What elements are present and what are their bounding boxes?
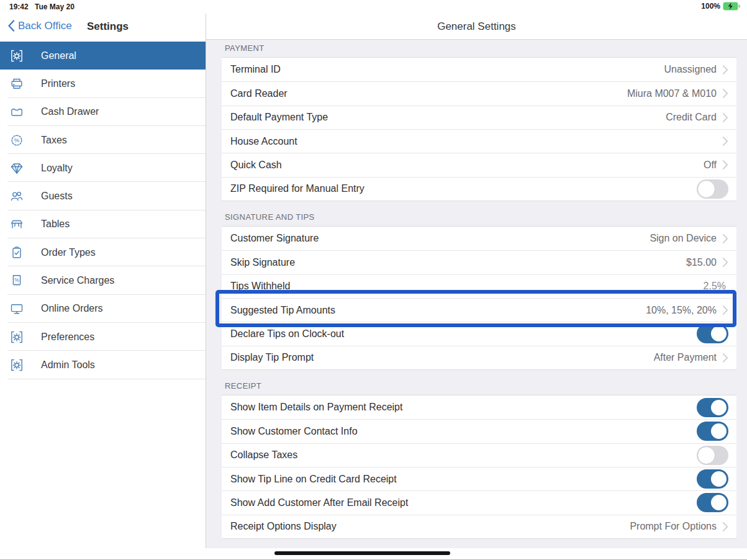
- row-quick-cash[interactable]: Quick CashOff: [222, 153, 736, 176]
- sidebar-title: Settings: [87, 20, 129, 33]
- row-value: Prompt For Options: [630, 521, 717, 532]
- row-terminal-id[interactable]: Terminal IDUnassigned: [222, 58, 736, 81]
- row-label: Customer Signature: [230, 233, 650, 244]
- sidebar-header: Back Office Settings: [0, 14, 206, 42]
- row-card-reader[interactable]: Card ReaderMiura M007 & M010: [222, 81, 736, 105]
- diamond-icon: [9, 160, 25, 176]
- settings-card-payment: Terminal IDUnassignedCard ReaderMiura M0…: [222, 57, 736, 201]
- chevron-right-icon: [722, 160, 728, 170]
- row-value: 2.5%: [704, 281, 726, 292]
- chevron-left-icon: [7, 19, 15, 32]
- page-title: General Settings: [437, 20, 516, 33]
- guests-icon: [9, 188, 25, 204]
- row-label: Default Payment Type: [230, 112, 666, 123]
- sidebar-item-label: Online Orders: [41, 303, 103, 314]
- battery-percent: 100%: [701, 2, 720, 11]
- row-display-tip-prompt[interactable]: Display Tip PromptAfter Payment: [222, 346, 736, 369]
- status-bar: 19:42 Tue May 20 100%: [0, 0, 747, 14]
- clipboard-check-icon: [9, 245, 25, 261]
- monitor-icon: [9, 300, 25, 317]
- row-show-customer-contact-info[interactable]: Show Customer Contact Info: [222, 419, 736, 443]
- sidebar-item-general[interactable]: General: [0, 42, 206, 70]
- row-show-item-details-on-payment-receipt[interactable]: Show Item Details on Payment Receipt: [222, 395, 736, 419]
- row-tips-withheld[interactable]: Tips Withheld2.5%: [222, 274, 736, 298]
- row-declare-tips-on-clock-out[interactable]: Declare Tips on Clock-out: [222, 322, 736, 345]
- toggle-show-item-details-on-payment-receipt[interactable]: [697, 398, 728, 417]
- sidebar-item-label: Guests: [41, 191, 73, 202]
- settings-card-signature-and-tips: Customer SignatureSign on DeviceSkip Sig…: [222, 226, 736, 370]
- sidebar-item-label: Printers: [41, 78, 75, 89]
- row-house-account[interactable]: House Account: [222, 129, 736, 153]
- row-label: Show Item Details on Payment Receipt: [230, 402, 697, 413]
- sidebar-item-tables[interactable]: Tables: [0, 210, 206, 238]
- row-zip-required-for-manual-entry[interactable]: ZIP Required for Manual Entry: [222, 177, 736, 201]
- main-titlebar: General Settings: [206, 14, 747, 39]
- back-office-label: Back Office: [18, 20, 72, 32]
- row-collapse-taxes[interactable]: Collapse Taxes: [222, 443, 736, 467]
- row-suggested-tip-amounts[interactable]: Suggested Tip Amounts10%, 15%, 20%: [222, 298, 736, 322]
- toggle-knob: [697, 180, 715, 198]
- row-default-payment-type[interactable]: Default Payment TypeCredit Card: [222, 106, 736, 129]
- svg-text:%: %: [14, 277, 19, 283]
- sidebar-item-loyalty[interactable]: Loyalty: [0, 154, 206, 182]
- general-settings-panel: General Settings PAYMENTTerminal IDUnass…: [206, 14, 747, 549]
- chevron-right-icon: [722, 65, 728, 75]
- row-label: House Account: [230, 136, 722, 147]
- section-header-receipt: RECEIPT: [206, 370, 747, 395]
- sidebar-item-cash-drawer[interactable]: Cash Drawer: [0, 98, 206, 126]
- row-label: Show Customer Contact Info: [230, 426, 697, 437]
- row-value: Credit Card: [666, 112, 717, 123]
- toggle-knob: [710, 494, 728, 512]
- back-office-button[interactable]: Back Office: [7, 19, 72, 32]
- row-label: Show Tip Line on Credit Card Receipt: [230, 474, 697, 485]
- sidebar-item-label: Order Types: [41, 247, 96, 258]
- chevron-right-icon: [722, 88, 728, 99]
- table-icon: [9, 216, 25, 232]
- chevron-right-icon: [722, 522, 728, 532]
- sidebar-item-taxes[interactable]: %Taxes: [0, 126, 206, 154]
- row-show-tip-line-on-credit-card-receipt[interactable]: Show Tip Line on Credit Card Receipt: [222, 467, 736, 490]
- sidebar-item-printers[interactable]: Printers: [0, 70, 206, 97]
- row-value: After Payment: [654, 352, 717, 363]
- row-receipt-options-display[interactable]: Receipt Options DisplayPrompt For Option…: [222, 515, 736, 538]
- toggle-knob: [710, 325, 728, 343]
- row-label: Display Tip Prompt: [230, 352, 654, 363]
- toggle-knob: [710, 422, 728, 440]
- settings-sidebar: Back Office Settings GeneralPrintersCash…: [0, 14, 206, 549]
- sidebar-item-label: Admin Tools: [41, 359, 95, 371]
- gear-brackets-icon: [9, 329, 25, 345]
- section-header-label: SIGNATURE AND TIPS: [225, 212, 315, 222]
- row-show-add-customer-after-email-receipt[interactable]: Show Add Customer After Email Receipt: [222, 490, 736, 514]
- row-value: $15.00: [686, 257, 717, 268]
- gear-brackets-icon: [9, 357, 25, 373]
- toggle-declare-tips-on-clock-out[interactable]: [697, 324, 728, 343]
- section-header-label: PAYMENT: [225, 43, 265, 53]
- chevron-right-icon: [722, 257, 728, 268]
- toggle-knob: [697, 446, 715, 464]
- toggle-show-add-customer-after-email-receipt[interactable]: [697, 493, 728, 512]
- tax-badge-icon: %: [9, 132, 25, 148]
- sidebar-item-label: Taxes: [41, 135, 67, 146]
- sidebar-item-service-charges[interactable]: %Service Charges: [0, 266, 206, 294]
- row-customer-signature[interactable]: Customer SignatureSign on Device: [222, 227, 736, 250]
- sidebar-item-order-types[interactable]: Order Types: [0, 238, 206, 266]
- row-skip-signature[interactable]: Skip Signature$15.00: [222, 250, 736, 274]
- sidebar-item-admin-tools[interactable]: Admin Tools: [0, 351, 206, 379]
- sidebar-item-preferences[interactable]: Preferences: [0, 323, 206, 351]
- toggle-show-tip-line-on-credit-card-receipt[interactable]: [697, 469, 728, 489]
- status-date: Tue May 20: [35, 2, 75, 11]
- settings-card-receipt: Show Item Details on Payment ReceiptShow…: [222, 395, 736, 539]
- toggle-zip-required-for-manual-entry[interactable]: [697, 179, 728, 199]
- toggle-collapse-taxes[interactable]: [697, 446, 728, 465]
- chevron-right-icon: [722, 305, 728, 315]
- home-indicator[interactable]: [274, 551, 450, 555]
- section-header-signature-and-tips: SIGNATURE AND TIPS: [206, 201, 747, 226]
- toggle-show-customer-contact-info[interactable]: [697, 422, 728, 441]
- sidebar-item-online-orders[interactable]: Online Orders: [0, 295, 206, 323]
- sidebar-item-guests[interactable]: Guests: [0, 182, 206, 210]
- section-header-payment: PAYMENT: [206, 39, 747, 57]
- toggle-knob: [710, 399, 728, 417]
- row-value: Off: [704, 160, 717, 171]
- sidebar-item-label: Tables: [41, 219, 70, 230]
- row-label: Terminal ID: [230, 64, 664, 75]
